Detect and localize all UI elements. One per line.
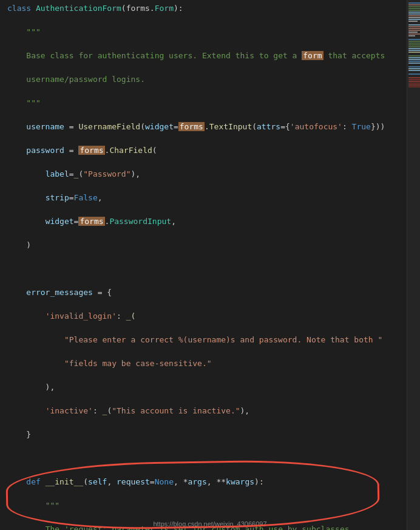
url-watermark: https://blog.csdn.net/weixin_43066097 — [153, 520, 266, 528]
line-4: username/password logins. — [5, 73, 402, 86]
line-20 — [5, 452, 402, 464]
line-12 — [5, 263, 402, 275]
line-1: class AuthenticationForm(forms.Form): — [5, 2, 402, 15]
line-10: widget=forms.PasswordInput, — [5, 216, 402, 228]
line-15: "Please enter a correct %(username)s and… — [5, 334, 402, 346]
code-wrapper: class AuthenticationForm(forms.Form): ""… — [0, 0, 420, 530]
line-9: strip=False, — [5, 192, 402, 204]
line-18: 'inactive': _("This account is inactive.… — [5, 405, 402, 417]
line-17: ), — [5, 381, 402, 393]
code-block: class AuthenticationForm(forms.Form): ""… — [0, 0, 407, 530]
line-5: """ — [5, 97, 402, 109]
line-6: username = UsernameField(widget=forms.Te… — [5, 121, 402, 133]
line-16: "fields may be case-sensitive." — [5, 358, 402, 370]
line-3: Base class for authenticating users. Ext… — [5, 50, 402, 62]
line-2: """ — [5, 26, 402, 38]
code-content[interactable]: class AuthenticationForm(forms.Form): ""… — [0, 0, 407, 530]
line-21: def __init__(self, request=None, *args, … — [5, 476, 402, 488]
line-7: password = forms.CharField( — [5, 144, 402, 157]
line-14: 'invalid_login': _( — [5, 310, 402, 322]
line-11: ) — [5, 239, 402, 251]
line-22: """ — [5, 500, 402, 512]
minimap[interactable] — [407, 0, 420, 530]
line-13: error_messages = { — [5, 287, 402, 299]
line-19: } — [5, 429, 402, 441]
minimap-content — [407, 0, 420, 90]
line-8: label=_("Password"), — [5, 168, 402, 180]
editor-container: class AuthenticationForm(forms.Form): ""… — [0, 0, 420, 530]
